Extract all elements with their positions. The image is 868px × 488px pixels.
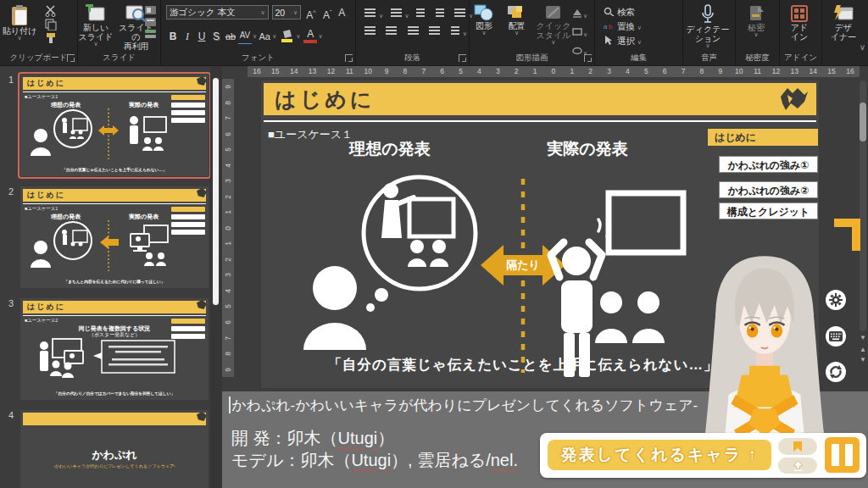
slide-reset-icon[interactable] <box>144 17 157 27</box>
align-center-icon[interactable] <box>386 26 397 28</box>
main-scrollbar-track[interactable] <box>860 80 866 331</box>
find-button[interactable]: 検索 <box>604 5 682 19</box>
bold-button[interactable]: B <box>166 29 180 44</box>
font-size-select[interactable]: 20∨ <box>272 5 302 19</box>
thumbnail-slide-2[interactable]: はじめに ■ユースケース1 理想の発表 実際の発表 <box>20 186 209 288</box>
select-button[interactable]: 選択 ∨ <box>604 34 682 48</box>
keyboard-button[interactable] <box>826 326 846 347</box>
nav-button-credits[interactable]: 構成とクレジット <box>719 202 818 219</box>
ruler-number: 0 <box>220 222 236 234</box>
line-spacing-icon[interactable] <box>454 8 465 10</box>
strikethrough-button[interactable]: ab <box>224 29 237 44</box>
dictation-button[interactable]: ディクテー ション∨ <box>683 0 732 48</box>
ruler-number: 6 <box>220 316 236 328</box>
thumbnail-number: 2 <box>8 186 14 197</box>
highlight-color-icon[interactable] <box>280 30 295 43</box>
slide-layout-icon[interactable] <box>144 5 157 15</box>
chevron-down-icon: ∨ <box>253 34 257 39</box>
shapes-button[interactable]: 図形∨ <box>470 0 498 36</box>
chevron-down-icon: ∨ <box>293 10 298 15</box>
collapse-ribbon-icon[interactable]: ∨ <box>860 45 865 50</box>
ruler-number: 3 <box>488 66 507 77</box>
italic-button[interactable]: I <box>181 29 194 44</box>
sensitivity-button[interactable]: 秘密∨ <box>736 0 776 37</box>
search-icon <box>604 7 615 16</box>
thumbnail-slide-3[interactable]: はじめに ■ユースケース2 同じ発表を複数回する状況 （ポスター発表など） 「自… <box>20 298 209 400</box>
previous-slide-icon[interactable]: ▲ <box>858 346 868 353</box>
thumbnail-usecase: ■ユースケース1 <box>25 206 58 213</box>
clear-formatting-icon[interactable]: A◌ <box>337 5 350 25</box>
thumbnail-slide-1[interactable]: はじめに ■ユースケース1 理想の発表 実際の発表 <box>20 75 209 176</box>
replace-button[interactable]: ab 置換 ∨ <box>604 19 682 34</box>
drawing-dialog-launcher-icon[interactable] <box>584 54 592 62</box>
addins-button[interactable]: アド イン <box>780 0 819 42</box>
flag-icon <box>793 441 803 452</box>
bullet-list-icon[interactable] <box>364 8 376 10</box>
pause-button[interactable] <box>822 435 862 475</box>
shape-outline-icon[interactable] <box>571 27 583 36</box>
main-scrollbar-thumb[interactable] <box>860 103 866 141</box>
ruler-number: 4 <box>619 66 637 77</box>
ruler-number: 8 <box>220 347 236 359</box>
quick-styles-icon <box>544 4 563 21</box>
horizontal-ruler[interactable]: 1615141312111098765432101234567891011121… <box>248 66 860 77</box>
nav-button-strength-2[interactable]: かわぷれの強み② <box>719 181 818 198</box>
ruler-number: 13 <box>303 66 322 77</box>
select-label: 選択 <box>617 36 635 46</box>
ruler-number: 16 <box>841 66 860 77</box>
upload-button[interactable] <box>778 458 817 474</box>
decrease-font-icon[interactable]: Aˇ <box>320 5 333 25</box>
reload-button[interactable] <box>826 362 846 382</box>
replace-icon: ab <box>604 21 615 30</box>
shape-fill-icon[interactable] <box>571 8 583 18</box>
justify-icon[interactable] <box>429 26 440 28</box>
next-slide-icon[interactable]: ▼ <box>858 356 868 363</box>
thumbnail-nav-item <box>171 207 205 212</box>
copy-icon[interactable] <box>44 19 58 30</box>
clipboard-dialog-launcher-icon[interactable] <box>67 54 75 62</box>
increase-font-icon[interactable]: A^ <box>304 5 317 25</box>
chevron-down-icon: ∨ <box>637 39 642 45</box>
flag-button[interactable] <box>778 438 817 455</box>
quick-styles-button[interactable]: クイック スタイル∨ <box>535 0 572 45</box>
decrease-indent-icon[interactable] <box>416 8 425 10</box>
thumbnail-slide-4[interactable]: かわぷれ -かわいいキャラが代わりにプレゼンしてくれるソフトウェア- <box>20 410 209 488</box>
nav-button-strength-1[interactable]: かわぷれの強み① <box>719 156 818 173</box>
character-control-panel: 発表してくれるキャラ ↑ <box>540 433 866 478</box>
new-slide-button[interactable]: 新しい スライド∨ <box>78 0 114 47</box>
character-spacing-button[interactable]: AV <box>238 28 252 44</box>
designer-button[interactable]: デザ イナー <box>822 0 865 42</box>
columns-icon[interactable] <box>451 26 459 28</box>
text-shadow-button[interactable]: S <box>209 29 223 44</box>
nav-button-hajimeni[interactable]: はじめに <box>708 129 818 146</box>
pause-bar-icon <box>845 444 853 466</box>
font-color-icon[interactable]: A <box>303 29 317 43</box>
paragraph-dialog-launcher-icon[interactable] <box>459 54 466 62</box>
format-painter-icon[interactable] <box>44 32 58 44</box>
scroll-down-icon[interactable]: ▼ <box>858 334 868 341</box>
new-slide-label: 新しい スライド <box>79 23 114 42</box>
font-dialog-launcher-icon[interactable] <box>345 54 353 62</box>
font-name-select[interactable]: 游ゴシック 本文∨ <box>166 5 269 19</box>
thumbnail-scrollbar[interactable] <box>213 78 219 305</box>
settings-button[interactable] <box>826 290 846 310</box>
ruler-number: 4 <box>220 159 236 171</box>
cut-icon[interactable] <box>44 5 58 17</box>
underline-button[interactable]: U <box>195 29 209 44</box>
paste-button[interactable]: 貼り付け ∨ <box>0 0 39 41</box>
align-left-icon[interactable] <box>364 26 376 28</box>
ribbon-group-font: 游ゴシック 本文∨ 20∨ A^ Aˇ A◌ B I U S ab AV∨ Aa… <box>161 0 356 65</box>
reuse-slides-icon <box>125 4 146 23</box>
align-right-icon[interactable] <box>408 26 419 28</box>
arrange-button[interactable]: 配置∨ <box>502 0 531 36</box>
chevron-down-icon: ∨ <box>272 34 276 39</box>
numbered-list-icon[interactable] <box>391 8 402 10</box>
change-case-button[interactable]: Aa <box>258 29 271 44</box>
ruler-number: 7 <box>415 66 433 77</box>
increase-indent-icon[interactable] <box>436 8 444 10</box>
sensitivity-icon <box>748 4 765 23</box>
ruler-number: 1 <box>563 66 581 77</box>
vertical-ruler[interactable]: 9876543210123456789 <box>222 79 234 377</box>
slide-section-icon[interactable] <box>144 29 157 39</box>
svg-text:b: b <box>609 23 613 30</box>
